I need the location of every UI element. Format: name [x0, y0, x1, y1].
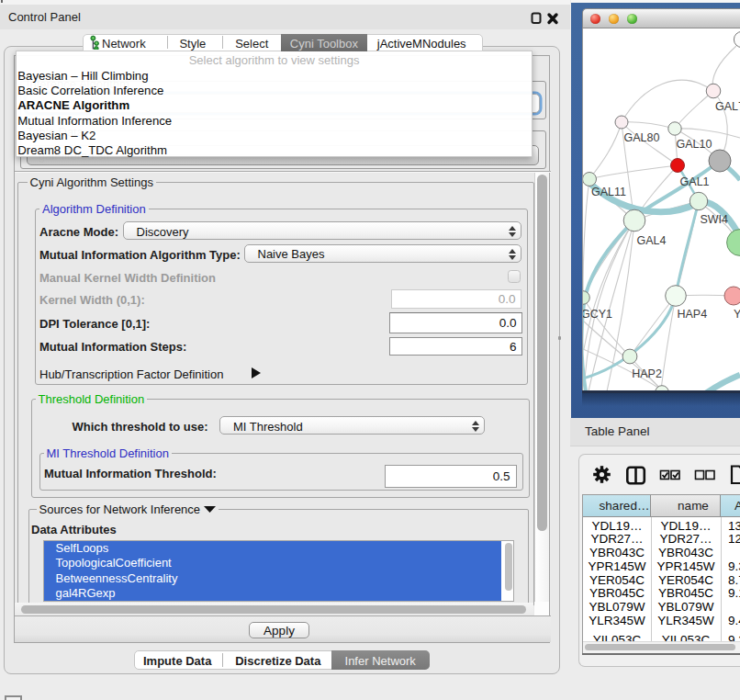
- svg-text:GAL11: GAL11: [591, 186, 626, 198]
- svg-text:HAP2: HAP2: [632, 367, 662, 380]
- svg-text:SWI4: SWI4: [700, 213, 728, 226]
- svg-text:GAL4: GAL4: [637, 234, 667, 247]
- svg-text:GCY1: GCY1: [583, 308, 612, 321]
- svg-text:GAL10: GAL10: [677, 138, 712, 151]
- svg-text:GAL1: GAL1: [680, 175, 710, 188]
- svg-text:GAL80: GAL80: [624, 131, 660, 144]
- svg-text:HAP4: HAP4: [678, 308, 708, 321]
- svg-text:YM: YM: [734, 308, 740, 321]
- svg-text:GAL7: GAL7: [715, 100, 740, 113]
